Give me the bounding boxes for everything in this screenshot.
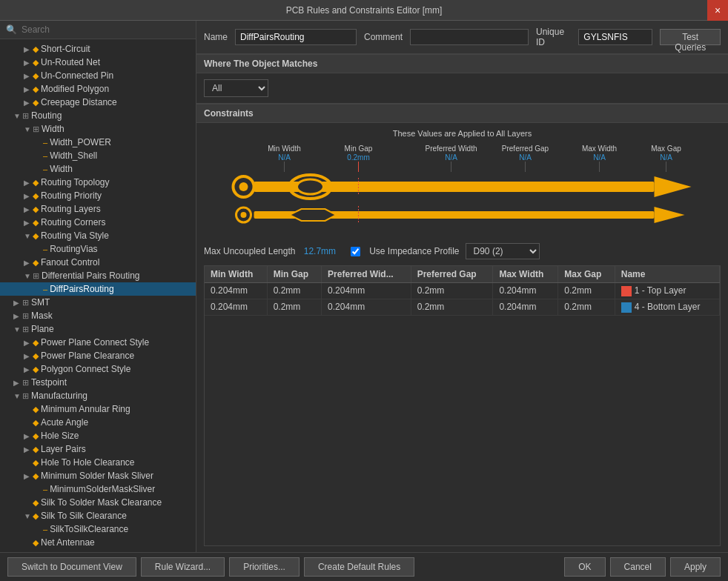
table-row[interactable]: 0.204mm0.2mm0.204mm0.2mm0.204mm0.2mm1 - … xyxy=(205,283,720,299)
tree-icon-routing-topology: ◆ xyxy=(33,178,39,187)
tree-icon-modified-polygon: ◆ xyxy=(33,84,39,94)
search-input[interactable] xyxy=(21,24,190,35)
tree-item-polygon-connect-style[interactable]: ▶ ◆ Polygon Connect Style xyxy=(0,362,196,376)
tree-item-manufacturing[interactable]: ▼ ⊞ Manufacturing xyxy=(0,389,196,402)
tree-icon-silk-to-silk2: – xyxy=(43,525,47,534)
tree-item-smt[interactable]: ▶ ⊞ SMT xyxy=(0,296,196,309)
tree-item-fanout-control[interactable]: ▶ ◆ Fanout Control xyxy=(0,256,196,269)
tree-label-manufacturing: Manufacturing xyxy=(31,391,87,401)
name-input[interactable] xyxy=(235,29,357,45)
tree-item-short-circuit[interactable]: ▶ ◆ Short-Circuit xyxy=(0,42,196,56)
tree-arrow-un-connected-pin: ▶ xyxy=(24,72,33,80)
tree-label-hole-size: Hole Size xyxy=(41,431,79,441)
tree-icon-routing-layers: ◆ xyxy=(33,205,39,214)
tree-arrow-mask: ▶ xyxy=(13,312,22,320)
tree-item-power-plane-connect[interactable]: ▶ ◆ Power Plane Connect Style xyxy=(0,336,196,349)
tree-icon-width-power: – xyxy=(43,138,47,147)
tree-item-power-plane-clearance[interactable]: ▶ ◆ Power Plane Clearance xyxy=(0,349,196,362)
tree-item-modified-polygon[interactable]: ▶ ◆ Modified Polygon xyxy=(0,82,196,96)
tree-icon-routing-via-style: ◆ xyxy=(33,231,39,241)
tree-item-net-antennae[interactable]: ◆ Net Antennae xyxy=(0,536,196,549)
tree-icon-un-connected-pin: ◆ xyxy=(33,71,39,81)
col-header-name: Name xyxy=(615,266,719,283)
tree-icon-smt: ⊞ xyxy=(22,298,29,308)
tree-item-silk-to-solder-mask[interactable]: ◆ Silk To Solder Mask Clearance xyxy=(0,496,196,509)
cancel-button[interactable]: Cancel xyxy=(610,557,666,577)
tree-item-width-power[interactable]: – Width_POWER xyxy=(0,136,196,149)
tree-item-layer-pairs[interactable]: ▶ ◆ Layer Pairs xyxy=(0,442,196,456)
tree-arrow-fanout-control: ▶ xyxy=(24,259,33,267)
tree-item-hole-to-hole[interactable]: ◆ Hole To Hole Clearance xyxy=(0,456,196,469)
tree-item-silk-to-silk[interactable]: ▼ ◆ Silk To Silk Clearance xyxy=(0,509,196,522)
tree-item-silk-to-silk2[interactable]: – SilkToSilkClearance xyxy=(0,522,196,536)
svg-text:Max Gap: Max Gap xyxy=(651,145,681,153)
tree-item-hole-size[interactable]: ▶ ◆ Hole Size xyxy=(0,429,196,442)
tree-arrow-short-circuit: ▶ xyxy=(24,45,33,53)
svg-point-22 xyxy=(241,212,247,218)
tree-item-width-shell[interactable]: – Width_Shell xyxy=(0,149,196,162)
tree-icon-polygon-connect-style: ◆ xyxy=(33,365,39,374)
tree-icon-routing-priority: ◆ xyxy=(33,191,39,201)
tree-item-routing-topology[interactable]: ▶ ◆ Routing Topology xyxy=(0,176,196,189)
tree-item-testpoint[interactable]: ▶ ⊞ Testpoint xyxy=(0,376,196,389)
tree-icon-min-solder-mask-sliver2: – xyxy=(43,485,47,494)
where-section: AllNetNet ClassLayer xyxy=(196,73,728,104)
switch-to-doc-view-button[interactable]: Switch to Document View xyxy=(7,557,136,577)
tree-item-routing-corners[interactable]: ▶ ◆ Routing Corners xyxy=(0,216,196,229)
impedance-select[interactable]: D90 (2)D90 (1)D50 (1) xyxy=(466,243,540,259)
tree-icon-testpoint: ⊞ xyxy=(22,378,29,388)
tree-arrow-silk-to-silk: ▼ xyxy=(24,512,33,520)
tree-label-layer-pairs: Layer Pairs xyxy=(41,444,86,454)
test-queries-button[interactable]: Test Queries xyxy=(660,29,721,45)
tree-item-min-solder-mask-sliver[interactable]: ▶ ◆ Minimum Solder Mask Sliver xyxy=(0,469,196,482)
tree-item-routing-vias[interactable]: – RoutingVias xyxy=(0,242,196,256)
tree-arrow-routing-priority: ▶ xyxy=(24,192,33,200)
ok-button[interactable]: OK xyxy=(564,557,605,577)
tree-item-creepage-distance[interactable]: ▶ ◆ Creepage Distance xyxy=(0,96,196,109)
tree-label-hole-to-hole: Hole To Hole Clearance xyxy=(41,457,135,468)
tree-label-net-antennae: Net Antennae xyxy=(41,537,95,548)
tree-label-plane: Plane xyxy=(31,324,54,334)
tree-item-diff-pairs-routing-item[interactable]: – DiffPairsRouting xyxy=(0,282,196,296)
rule-wizard-button[interactable]: Rule Wizard... xyxy=(141,557,225,577)
where-select[interactable]: AllNetNet ClassLayer xyxy=(204,79,268,97)
tree-item-width-item[interactable]: – Width xyxy=(0,162,196,176)
tree-item-diff-pairs-routing[interactable]: ▼ ⊞ Differential Pairs Routing xyxy=(0,269,196,282)
tree-item-routing-priority[interactable]: ▶ ◆ Routing Priority xyxy=(0,189,196,202)
svg-text:N/A: N/A xyxy=(660,153,672,162)
svg-point-19 xyxy=(239,182,248,191)
tree-item-un-routed-net[interactable]: ▶ ◆ Un-Routed Net xyxy=(0,56,196,69)
tree-item-routing[interactable]: ▼ ⊞ Routing xyxy=(0,109,196,122)
tree-item-routing-via-style[interactable]: ▼ ◆ Routing Via Style xyxy=(0,229,196,242)
apply-button[interactable]: Apply xyxy=(670,557,721,577)
tree-icon-manufacturing: ⊞ xyxy=(22,391,29,401)
tree-item-un-connected-pin[interactable]: ▶ ◆ Un-Connected Pin xyxy=(0,69,196,82)
close-button[interactable]: × xyxy=(707,0,728,21)
name-label: Name xyxy=(204,32,228,42)
tree-label-un-connected-pin: Un-Connected Pin xyxy=(41,70,113,81)
impedance-checkbox[interactable] xyxy=(351,247,360,256)
priorities-button[interactable]: Priorities... xyxy=(229,557,300,577)
tree-item-min-annular-ring[interactable]: ◆ Minimum Annular Ring xyxy=(0,402,196,416)
tree-arrow-routing-corners: ▶ xyxy=(24,219,33,227)
max-uncoupled-row: Max Uncoupled Length 12.7mm xyxy=(204,246,336,256)
unique-id-input[interactable] xyxy=(578,29,652,45)
tree-arrow-routing: ▼ xyxy=(13,112,22,120)
tree-icon-hole-to-hole: ◆ xyxy=(33,458,39,468)
tree-item-routing-layers[interactable]: ▶ ◆ Routing Layers xyxy=(0,202,196,216)
where-section-title: Where The Object Matches xyxy=(196,54,728,73)
tree-label-modified-polygon: Modified Polygon xyxy=(41,84,109,94)
tree-item-mask[interactable]: ▶ ⊞ Mask xyxy=(0,309,196,322)
create-default-rules-button[interactable]: Create Default Rules xyxy=(304,557,414,577)
tree-item-min-solder-mask-sliver2[interactable]: – MinimumSolderMaskSliver xyxy=(0,482,196,496)
tree-item-width[interactable]: ▼ ⊞ Width xyxy=(0,122,196,136)
tree-arrow-hole-size: ▶ xyxy=(24,432,33,440)
main-area: 🔍 ▶ ◆ Short-Circuit ▶ ◆ Un-Routed Net ▶ … xyxy=(0,21,728,552)
tree-item-acute-angle[interactable]: ◆ Acute Angle xyxy=(0,416,196,429)
tree-label-routing-layers: Routing Layers xyxy=(41,204,101,214)
tree-item-plane[interactable]: ▼ ⊞ Plane xyxy=(0,322,196,336)
table-row[interactable]: 0.204mm0.2mm0.204mm0.2mm0.204mm0.2mm4 - … xyxy=(205,299,720,315)
tree-icon-width-item: – xyxy=(43,165,47,173)
tree-arrow-plane: ▼ xyxy=(13,325,22,333)
comment-input[interactable] xyxy=(410,29,529,45)
